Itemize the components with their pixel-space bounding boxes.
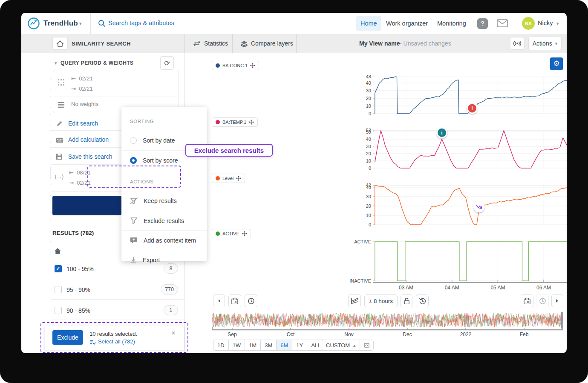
add-calculation-link[interactable]: Add calculation [68, 136, 109, 143]
menu-item-keep-results[interactable]: Keep results [121, 191, 207, 211]
selection-count: 10 results selected. [89, 331, 137, 337]
select-all-link[interactable]: Select all (782) [98, 338, 135, 345]
edit-search-link[interactable]: Edit search [68, 120, 98, 127]
menu-item-exclude-results[interactable]: Exclude results [121, 211, 207, 230]
svg-text:20: 20 [366, 151, 371, 156]
menu-item-label: Export [143, 257, 160, 263]
brand-name: TrendHub [43, 19, 78, 28]
refresh-button[interactable]: ⟳ [160, 56, 174, 70]
tab-compare-layers[interactable]: Compare layers [241, 34, 293, 53]
calendar-end-button[interactable] [521, 294, 533, 307]
svg-text:40: 40 [366, 185, 371, 190]
zoom-preset-3m[interactable]: 3M [261, 340, 277, 351]
actions-label: Actions [533, 40, 552, 47]
checkbox-icon[interactable] [55, 307, 62, 314]
svg-text:30: 30 [366, 144, 371, 149]
legend-ba-conc[interactable]: BA:CONC.1 [212, 61, 259, 70]
legend-label: ACTIVE [222, 231, 239, 236]
grid-icon [58, 79, 65, 88]
history-button[interactable] [416, 294, 429, 307]
checkbox-checked-icon[interactable]: ✓ [55, 265, 62, 272]
clock-end-button[interactable] [536, 294, 549, 307]
tab-statistics[interactable]: Statistics [193, 34, 228, 53]
move-icon[interactable] [242, 231, 247, 236]
series-color-dot [216, 176, 220, 180]
section-collapse-icon[interactable]: ▾ [55, 60, 57, 66]
menu-item-add-context[interactable]: Add as context item [121, 230, 207, 250]
svg-text:INACTIVE: INACTIVE [349, 278, 371, 283]
menu-item-label: Sort by score [143, 157, 178, 164]
chevron-up-icon: ▴ [353, 343, 356, 348]
home-button[interactable] [52, 37, 68, 50]
nav-work-organizer[interactable]: Work organizer [382, 16, 432, 31]
avatar[interactable]: NA [522, 17, 535, 30]
topbar-divider [90, 13, 91, 34]
user-chevron-down-icon[interactable]: ▾ [556, 21, 559, 26]
nav-monitoring[interactable]: Monitoring [433, 16, 470, 31]
overview-strip[interactable]: SepOctNovDec2022Feb [212, 312, 563, 337]
step-forward-button[interactable] [551, 294, 563, 307]
svg-text:03 AM: 03 AM [399, 285, 413, 291]
legend-level[interactable]: Level [212, 174, 245, 183]
user-name[interactable]: Nicky [538, 20, 553, 26]
view-toolbar: SIMILARITY SEARCH Statistics Compare lay… [21, 34, 567, 53]
svg-text:Feb: Feb [520, 332, 529, 337]
zoom-preset-6m[interactable]: 6M [277, 340, 292, 351]
filter-label: 95 - 90% [66, 286, 90, 293]
exclude-button[interactable]: Exclude [52, 330, 83, 345]
time-range-button[interactable]: ± 8 hours [364, 294, 398, 307]
chart-settings-button[interactable]: ⚙ [550, 57, 563, 70]
weights-value[interactable]: No weights [71, 101, 98, 107]
mail-icon[interactable] [497, 19, 508, 29]
save-search-link[interactable]: Save this search [68, 153, 112, 160]
legend-active[interactable]: ACTIVE [212, 229, 251, 238]
compare-curves-button[interactable] [348, 294, 361, 307]
search-input[interactable]: Search tags & attributes [108, 20, 174, 26]
selection-bar: Exclude 10 results selected. Select all … [45, 326, 184, 350]
lock-button[interactable] [401, 294, 412, 307]
zoom-preset-1d[interactable]: 1D [213, 340, 229, 351]
trend-charts[interactable]: 48403020100525040302010042403020100ACTIV… [184, 53, 567, 294]
search-cta-button[interactable] [52, 196, 121, 215]
close-icon[interactable]: × [171, 329, 176, 337]
zoom-preset-1m[interactable]: 1M [245, 340, 261, 351]
svg-text:05 AM: 05 AM [490, 285, 505, 291]
screen-frame: TrendHub ▾ Search tags & attributes Home… [0, 0, 588, 383]
svg-text:0: 0 [369, 166, 371, 171]
period-start-date[interactable]: ⇤ 08/21 [69, 169, 91, 176]
radio-unchecked-icon[interactable] [130, 137, 137, 144]
period-end-value: 02/21 [77, 180, 91, 186]
query-end-date[interactable]: ⇥ 02/21 [71, 86, 93, 92]
legend-ba-temp[interactable]: BA:TEMP.1 [212, 117, 258, 127]
clock-button[interactable] [245, 294, 257, 307]
filter-label: 100 - 95% [66, 266, 94, 272]
brand-chevron-down-icon[interactable]: ▾ [79, 21, 82, 26]
zoom-preset-1w[interactable]: 1W [229, 340, 245, 351]
move-icon[interactable] [250, 63, 255, 68]
swap-arrows-icon [193, 41, 201, 46]
live-mode-button[interactable] [510, 37, 525, 50]
radio-checked-icon[interactable] [130, 157, 137, 164]
period-end-date[interactable]: ⇥ 02/21 [69, 180, 91, 186]
help-icon[interactable]: ? [477, 18, 488, 29]
menu-item-export[interactable]: Export [121, 250, 207, 269]
nav-home[interactable]: Home [356, 16, 381, 31]
custom-range-button[interactable]: CUSTOM▴ [322, 340, 360, 351]
zoom-preset-1y[interactable]: 1Y [292, 340, 307, 351]
move-icon[interactable] [236, 176, 241, 181]
svg-text:10: 10 [366, 213, 371, 218]
series-color-dot [216, 120, 220, 124]
brand-text: TrendHub [43, 19, 78, 27]
legend-label: Level [222, 176, 233, 181]
calendar-button[interactable] [228, 294, 241, 307]
move-icon[interactable] [249, 120, 254, 125]
tab-compare-layers-label: Compare layers [251, 40, 293, 47]
query-start-date[interactable]: ⇤ 02/21 [71, 75, 93, 82]
checkbox-icon[interactable] [55, 286, 62, 293]
context-range-icon: ⟨··⟩ [55, 174, 64, 180]
actions-button[interactable]: Actions▾ [528, 37, 562, 50]
expand-range-button[interactable] [360, 340, 374, 351]
step-back-button[interactable] [213, 294, 225, 307]
svg-text:0: 0 [369, 111, 371, 116]
home-column-icon[interactable] [55, 248, 61, 256]
